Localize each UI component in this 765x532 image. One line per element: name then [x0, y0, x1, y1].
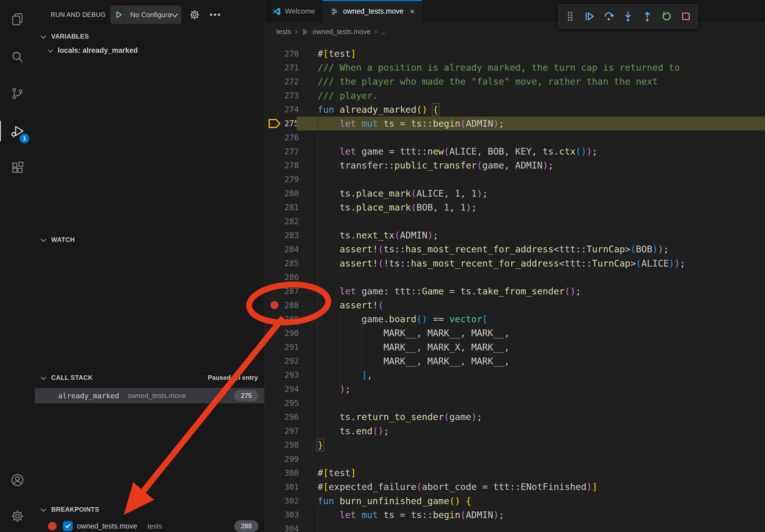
- tab-label: owned_tests.move: [343, 7, 403, 16]
- extensions-icon[interactable]: [5, 155, 30, 181]
- breakpoint-row[interactable]: owned_tests.move tests 288: [35, 519, 264, 532]
- gutter-glyph-margin[interactable]: [265, 326, 285, 340]
- variables-header[interactable]: VARIABLES: [35, 30, 264, 43]
- gutter-glyph-margin[interactable]: [265, 214, 285, 228]
- gutter-glyph-margin[interactable]: [265, 522, 285, 532]
- step-out-icon[interactable]: [639, 7, 655, 26]
- gutter-glyph-margin[interactable]: [265, 47, 285, 61]
- gutter-glyph-margin[interactable]: [265, 396, 285, 410]
- line-number: 289: [285, 315, 297, 324]
- line-number: 288: [285, 301, 297, 310]
- settings-gear-icon[interactable]: [5, 503, 30, 529]
- gutter-glyph-margin[interactable]: [265, 242, 285, 256]
- line-number: 297: [285, 426, 297, 435]
- step-over-icon[interactable]: [601, 7, 617, 26]
- code-line-302: 302fun burn_unfinished_game() {: [265, 494, 765, 508]
- continue-icon[interactable]: [581, 7, 597, 26]
- gutter-glyph-margin[interactable]: [265, 144, 285, 158]
- activity-bar: 1: [0, 0, 35, 532]
- breadcrumb-file[interactable]: owned_tests.move: [313, 28, 371, 36]
- gutter-glyph-margin[interactable]: [265, 312, 285, 326]
- search-icon[interactable]: [5, 44, 30, 70]
- debug-settings-gear-icon[interactable]: [188, 8, 202, 22]
- line-number: 292: [285, 356, 297, 366]
- gutter-glyph-margin[interactable]: [265, 438, 285, 452]
- gutter-glyph-margin[interactable]: [265, 284, 285, 298]
- code-text: MARK__, MARK_X, MARK__,: [318, 342, 509, 353]
- line-number: 273: [285, 91, 297, 100]
- panel-title: RUN AND DEBUG: [51, 11, 106, 19]
- code-text: /// When a position is already marked, t…: [318, 62, 680, 73]
- gutter-glyph-margin[interactable]: [265, 270, 285, 284]
- launch-config-dropdown[interactable]: No Configura: [110, 6, 181, 24]
- gutter-glyph-margin[interactable]: [265, 424, 285, 438]
- gutter-glyph-margin[interactable]: [265, 172, 285, 186]
- gutter-glyph-margin[interactable]: [265, 103, 285, 117]
- code-line-280: 280 ts.place_mark(ALICE, 1, 1);: [265, 186, 765, 200]
- breakpoint-checkbox[interactable]: [63, 521, 73, 531]
- gutter-glyph-margin[interactable]: [265, 382, 285, 396]
- explorer-icon[interactable]: [5, 6, 30, 32]
- gutter-glyph-margin[interactable]: [265, 452, 285, 466]
- gutter-glyph-margin[interactable]: [265, 158, 285, 172]
- tab-owned-tests-move[interactable]: owned_tests.move ×: [323, 0, 422, 23]
- variables-label: VARIABLES: [51, 33, 89, 40]
- code-text: /// player.: [318, 90, 378, 101]
- call-stack-label: CALL STACK: [51, 374, 93, 382]
- breadcrumb-folder[interactable]: tests: [276, 28, 291, 36]
- gutter-glyph-margin[interactable]: [265, 89, 285, 103]
- run-debug-icon[interactable]: 1: [5, 118, 30, 144]
- line-number: 280: [285, 188, 297, 198]
- call-stack-header[interactable]: CALL STACK Paused on entry: [35, 371, 264, 385]
- tab-welcome[interactable]: Welcome: [265, 0, 323, 23]
- code-line-283: 283 ts.next_tx(ADMIN);: [265, 228, 765, 242]
- frame-line-badge: 275: [234, 390, 259, 401]
- breakpoint-dot-icon[interactable]: [271, 301, 279, 309]
- gutter-glyph-margin[interactable]: [265, 480, 285, 494]
- more-actions-icon[interactable]: [208, 8, 222, 22]
- code-text: ts.place_mark(BOB, 1, 1);: [318, 202, 477, 213]
- indent-guide: [318, 396, 318, 410]
- source-control-icon[interactable]: [5, 81, 30, 106]
- step-into-icon[interactable]: [620, 7, 636, 26]
- account-icon[interactable]: [5, 467, 30, 493]
- code-line-298: 298}: [265, 438, 765, 452]
- gutter-glyph-margin[interactable]: [265, 117, 285, 131]
- gutter-glyph-margin[interactable]: [265, 466, 285, 480]
- gutter-glyph-margin[interactable]: [265, 131, 285, 144]
- code-line-286: 286: [265, 270, 765, 284]
- frame-file: owned_tests.move: [128, 392, 186, 400]
- pause-status: Paused on entry: [208, 374, 258, 382]
- start-debug-icon[interactable]: [111, 6, 127, 24]
- line-number: 304: [285, 524, 297, 532]
- watch-header[interactable]: WATCH: [35, 233, 264, 247]
- gutter-glyph-margin[interactable]: [265, 508, 285, 522]
- restart-icon[interactable]: [659, 7, 675, 26]
- gutter-glyph-margin[interactable]: [265, 494, 285, 508]
- code-line-282: 282: [265, 214, 765, 228]
- code-text: let game = ttt::new(ALICE, BOB, KEY, ts.…: [318, 146, 597, 157]
- gutter-glyph-margin[interactable]: [265, 340, 285, 354]
- close-tab-icon[interactable]: ×: [410, 8, 415, 16]
- gutter-glyph-margin[interactable]: [265, 354, 285, 368]
- line-number: 275: [285, 119, 297, 128]
- stack-frame-row[interactable]: already_marked owned_tests.move 275: [35, 388, 264, 403]
- gutter-glyph-margin[interactable]: [265, 298, 285, 312]
- breakpoints-header[interactable]: BREAKPOINTS: [35, 502, 264, 516]
- gutter-glyph-margin[interactable]: [265, 75, 285, 89]
- breadcrumb-symbol[interactable]: ...: [381, 28, 387, 36]
- line-number: 270: [285, 49, 297, 58]
- gutter-glyph-margin[interactable]: [265, 228, 285, 242]
- gutter-glyph-margin[interactable]: [265, 410, 285, 424]
- gutter-glyph-margin[interactable]: [265, 200, 285, 214]
- variables-scope-row[interactable]: locals: already_marked: [35, 43, 264, 57]
- toolbar-drag-handle[interactable]: [562, 7, 578, 26]
- gutter-glyph-margin[interactable]: [265, 256, 285, 270]
- gutter-glyph-margin[interactable]: [265, 61, 285, 75]
- stop-icon[interactable]: [678, 7, 694, 26]
- gutter-glyph-margin[interactable]: [265, 368, 285, 382]
- code-line-290: 290 MARK__, MARK__, MARK__,: [265, 326, 765, 340]
- vscode-window: 1 RUN AND DEBUG: [0, 0, 765, 532]
- code-editor[interactable]: 270#[test]271/// When a position is alre…: [265, 41, 765, 532]
- gutter-glyph-margin[interactable]: [265, 186, 285, 200]
